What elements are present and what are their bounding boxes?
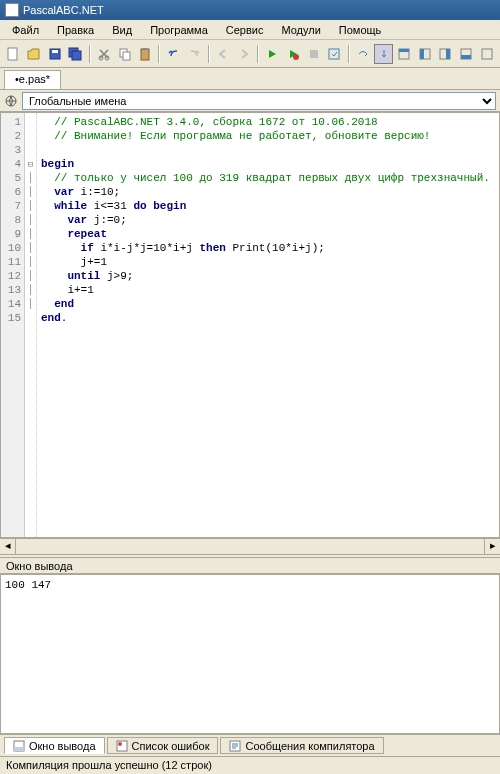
scroll-left-button[interactable]: ◂ [0, 539, 16, 554]
navigation-bar: Глобальные имена [0, 90, 500, 112]
fold-gutter[interactable]: ⊟││││││││││ [25, 113, 37, 537]
output-panel-header: Окно вывода [0, 558, 500, 574]
errors-icon [116, 740, 128, 752]
window5-button[interactable] [477, 44, 496, 64]
new-file-button[interactable] [4, 44, 23, 64]
scroll-right-button[interactable]: ▸ [484, 539, 500, 554]
run-button[interactable] [263, 44, 282, 64]
menu-service[interactable]: Сервис [218, 22, 272, 37]
window4-button[interactable] [457, 44, 476, 64]
svg-rect-10 [143, 48, 147, 50]
step-into-button[interactable] [374, 44, 393, 64]
stop-button[interactable] [304, 44, 323, 64]
redo-button[interactable] [185, 44, 204, 64]
svg-rect-25 [14, 747, 24, 751]
toolbar-sep [257, 45, 259, 63]
code-editor[interactable]: 123456789101112131415 ⊟││││││││││ // Pas… [0, 112, 500, 538]
file-tab[interactable]: •e.pas* [4, 70, 61, 89]
compile-button[interactable] [325, 44, 344, 64]
code-content[interactable]: // PascalABC.NET 3.4.0, сборка 1672 от 1… [37, 113, 499, 537]
menu-help[interactable]: Помощь [331, 22, 390, 37]
window1-button[interactable] [395, 44, 414, 64]
toolbar-sep [208, 45, 210, 63]
menu-program[interactable]: Программа [142, 22, 216, 37]
svg-rect-15 [399, 49, 409, 52]
output-panel[interactable]: 100 147 [0, 574, 500, 734]
file-tab-bar: •e.pas* [0, 68, 500, 90]
open-file-button[interactable] [25, 44, 44, 64]
paste-button[interactable] [136, 44, 155, 64]
svg-rect-21 [461, 55, 471, 59]
svg-rect-2 [52, 50, 58, 53]
menu-edit[interactable]: Правка [49, 22, 102, 37]
toolbar-sep [158, 45, 160, 63]
undo-button[interactable] [164, 44, 183, 64]
bottom-tab-errors[interactable]: Список ошибок [107, 737, 219, 754]
svg-rect-26 [117, 741, 127, 751]
bottom-tab-compiler[interactable]: Сообщения компилятора [220, 737, 383, 754]
horizontal-scrollbar[interactable]: ◂ ▸ [0, 538, 500, 554]
compiler-icon [229, 740, 241, 752]
menu-view[interactable]: Вид [104, 22, 140, 37]
bottom-tab-output[interactable]: Окно вывода [4, 737, 105, 754]
svg-rect-9 [141, 49, 149, 60]
run-debug-button[interactable] [284, 44, 303, 64]
bottom-tab-label: Сообщения компилятора [245, 740, 374, 752]
svg-rect-0 [8, 48, 17, 60]
toolbar-sep [89, 45, 91, 63]
nav-fwd-button[interactable] [234, 44, 253, 64]
menubar: Файл Правка Вид Программа Сервис Модули … [0, 20, 500, 40]
bottom-tab-label: Список ошибок [132, 740, 210, 752]
svg-rect-22 [482, 49, 492, 59]
svg-rect-17 [420, 49, 424, 59]
window-title: PascalABC.NET [23, 4, 104, 16]
output-icon [13, 740, 25, 752]
scope-dropdown[interactable]: Глобальные имена [22, 92, 496, 110]
save-button[interactable] [45, 44, 64, 64]
menu-file[interactable]: Файл [4, 22, 47, 37]
window2-button[interactable] [416, 44, 435, 64]
globe-icon [4, 94, 18, 108]
app-icon [5, 3, 19, 17]
svg-rect-19 [446, 49, 450, 59]
svg-rect-13 [329, 49, 339, 59]
titlebar: PascalABC.NET [0, 0, 500, 20]
window3-button[interactable] [436, 44, 455, 64]
save-all-button[interactable] [66, 44, 85, 64]
nav-back-button[interactable] [214, 44, 233, 64]
copy-button[interactable] [115, 44, 134, 64]
svg-rect-8 [123, 52, 130, 60]
svg-rect-4 [72, 51, 81, 60]
menu-modules[interactable]: Модули [273, 22, 328, 37]
svg-point-27 [118, 742, 122, 746]
cut-button[interactable] [95, 44, 114, 64]
toolbar [0, 40, 500, 68]
status-bar: Компиляция прошла успешно (12 строк) [0, 756, 500, 774]
step-over-button[interactable] [354, 44, 373, 64]
svg-point-11 [293, 54, 299, 60]
svg-rect-12 [310, 50, 318, 58]
toolbar-sep [348, 45, 350, 63]
bottom-tab-bar: Окно выводаСписок ошибокСообщения компил… [0, 734, 500, 756]
bottom-tab-label: Окно вывода [29, 740, 96, 752]
line-number-gutter: 123456789101112131415 [1, 113, 25, 537]
